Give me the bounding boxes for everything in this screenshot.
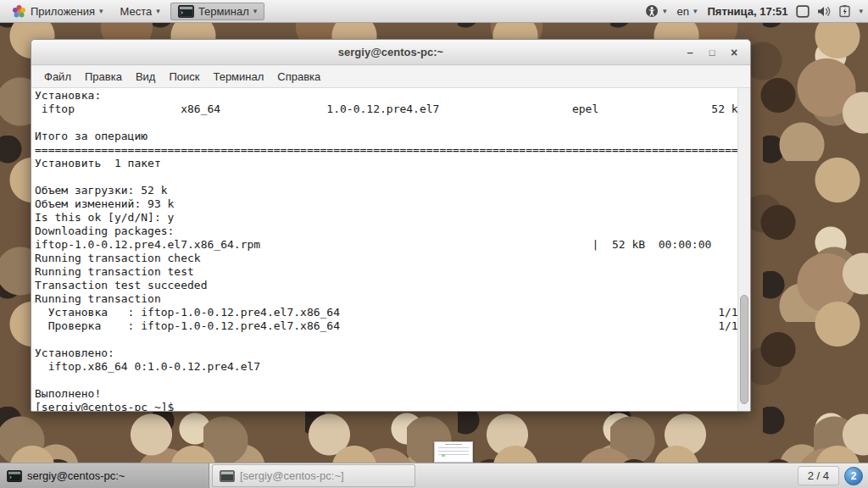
mini-line [445, 444, 462, 445]
task-button-label: [sergiy@centos-pc:~] [240, 469, 344, 482]
places-label: Места [120, 5, 153, 18]
scrollbar-thumb[interactable] [740, 295, 748, 405]
terminal-icon [178, 5, 194, 18]
chevron-down-icon: ▾ [253, 7, 258, 15]
clock[interactable]: Пятница, 17:51 [705, 3, 789, 20]
minimize-button[interactable]: – [681, 44, 699, 61]
task-button-terminal-active[interactable]: sergiy@centos-pc:~ [0, 463, 209, 488]
volume-icon[interactable] [816, 5, 832, 18]
menu-edit[interactable]: Правка [79, 68, 128, 86]
mini-window-thumbnail[interactable] [434, 441, 473, 463]
terminal-menubar: Файл Правка Вид Поиск Терминал Справка [31, 65, 750, 88]
top-panel: Приложения ▾ Места ▾ Терминал ▾ [0, 0, 868, 23]
chevron-down-icon: ▾ [156, 7, 160, 15]
notification-badge[interactable]: 2 [844, 467, 863, 485]
menu-help[interactable]: Справка [271, 68, 326, 86]
keyboard-layout-label: en [676, 5, 688, 18]
window-menu-label: Терминал [198, 5, 249, 18]
applications-label: Приложения [31, 5, 95, 18]
terminal-output: Установка: iftop x86_64 1.0-0.12.pre4.el… [31, 88, 750, 411]
close-button[interactable]: × [725, 44, 743, 61]
terminal-window: sergiy@centos-pc:~ – □ × Файл Правка Вид… [31, 39, 751, 412]
clock-label: Пятница, 17:51 [707, 5, 787, 18]
menu-view[interactable]: Вид [130, 68, 162, 86]
chevron-down-icon: ▾ [859, 7, 863, 15]
accessibility-menu[interactable]: ▾ [643, 2, 669, 20]
keyboard-layout-indicator[interactable]: en ▾ [675, 3, 698, 20]
chevron-down-icon: ▾ [663, 7, 667, 15]
mini-cell [442, 454, 445, 457]
battery-menu[interactable]: ▾ [859, 4, 863, 18]
task-button-label: sergiy@centos-pc:~ [27, 469, 125, 482]
window-title: sergiy@centos-pc:~ [31, 46, 750, 58]
menu-terminal[interactable]: Терминал [207, 68, 270, 86]
terminal-icon [7, 470, 22, 482]
battery-icon[interactable] [838, 5, 852, 18]
titlebar[interactable]: sergiy@centos-pc:~ – □ × [31, 40, 750, 65]
task-button-terminal-minimized[interactable]: [sergiy@centos-pc:~] [212, 464, 415, 487]
desktop: Приложения ▾ Места ▾ Терминал ▾ [0, 0, 868, 488]
applications-menu[interactable]: Приложения ▾ [5, 2, 110, 21]
terminal-scrollbar[interactable] [737, 88, 750, 411]
terminal-icon [220, 470, 235, 482]
mini-line [438, 451, 469, 452]
menu-search[interactable]: Поиск [163, 68, 205, 86]
terminal-content[interactable]: Установка: iftop x86_64 1.0-0.12.pre4.el… [31, 88, 750, 411]
screen-icon[interactable] [796, 5, 810, 18]
places-menu[interactable]: Места ▾ [114, 3, 167, 20]
accessibility-icon [645, 4, 659, 18]
chevron-down-icon: ▾ [99, 7, 103, 15]
chevron-down-icon: ▾ [693, 7, 698, 15]
taskbar: sergiy@centos-pc:~ [sergiy@centos-pc:~] … [0, 463, 868, 488]
menu-file[interactable]: Файл [38, 68, 77, 86]
applications-icon [12, 4, 26, 19]
taskbar-spacer [415, 463, 798, 488]
maximize-button[interactable]: □ [703, 44, 721, 61]
workspace-indicator[interactable]: 2 / 4 [798, 466, 839, 485]
window-menu[interactable]: Терминал ▾ [170, 3, 264, 20]
mini-line [438, 447, 469, 448]
